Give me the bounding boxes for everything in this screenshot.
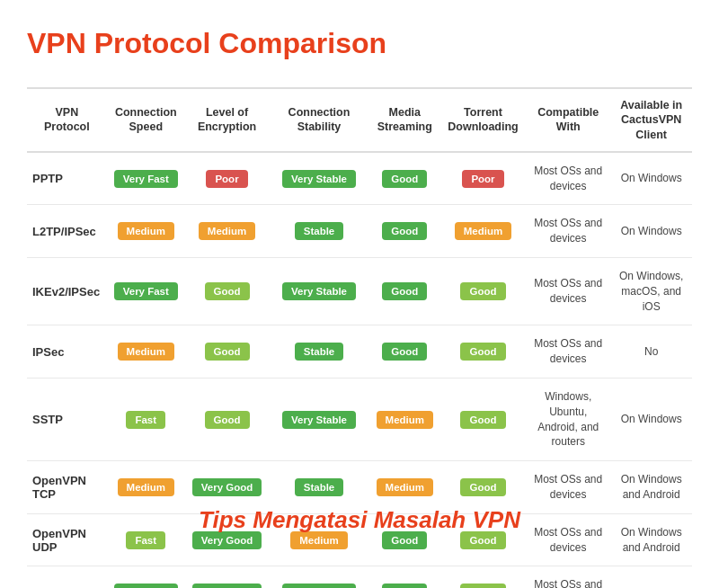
available-in-client: On Windows [610, 378, 692, 460]
compatible-with: Most OSs and devices [526, 461, 610, 514]
encryption-badge-label: Good [205, 411, 250, 429]
streaming-badge: Good [369, 257, 440, 325]
compatible-with: Most OSs and devices [526, 513, 610, 566]
table-row: SoftEtherVery FastVery GoodVery StableGo… [27, 566, 692, 588]
speed-badge-label: Very Fast [114, 282, 178, 300]
available-in-client: On Windows, macOS, and iOS [610, 257, 692, 325]
protocol-name: PPTP [27, 152, 107, 205]
speed-badge-label: Very Fast [114, 170, 178, 188]
stability-badge-label: Very Stable [282, 584, 356, 588]
compatible-with: Most OSs and devices [526, 325, 610, 379]
encryption-badge: Good [185, 257, 269, 325]
speed-badge: Fast [107, 378, 185, 460]
column-header: Media Streaming [369, 88, 440, 152]
encryption-badge: Medium [185, 205, 269, 258]
torrent-badge-label: Good [460, 343, 505, 361]
encryption-badge: Good [185, 325, 269, 379]
speed-badge: Medium [107, 205, 185, 258]
available-in-client: No [610, 325, 692, 379]
torrent-badge: Good [440, 566, 526, 588]
streaming-badge-label: Good [382, 282, 427, 300]
stability-badge: Very Stable [269, 566, 369, 588]
streaming-badge: Good [369, 205, 440, 258]
stability-badge: Stable [269, 325, 369, 379]
torrent-badge: Good [440, 325, 526, 379]
torrent-badge: Good [440, 378, 526, 460]
stability-badge-label: Very Stable [282, 282, 356, 300]
stability-badge-label: Stable [295, 343, 344, 361]
stability-badge-label: Very Stable [282, 411, 356, 429]
encryption-badge-label: Good [205, 282, 250, 300]
torrent-badge: Poor [440, 152, 526, 205]
compatible-with: Most OSs and devices [526, 566, 610, 588]
column-header: Connection Stability [269, 88, 369, 152]
torrent-badge: Medium [440, 205, 526, 258]
table-row: IPSecMediumGoodStableGoodGoodMost OSs an… [27, 325, 692, 379]
streaming-badge-label: Good [382, 343, 427, 361]
column-header: Torrent Downloading [440, 88, 526, 152]
stability-badge: Stable [269, 205, 369, 258]
overlay-text: Tips Mengatasi Masalah VPN [199, 506, 520, 534]
torrent-badge-label: Poor [462, 170, 503, 188]
streaming-badge: Good [369, 152, 440, 205]
available-in-client: On Windows [610, 152, 692, 205]
streaming-badge-label: Medium [377, 478, 433, 496]
speed-badge-label: Medium [118, 222, 174, 240]
protocol-name: OpenVPN UDP [27, 513, 107, 566]
streaming-badge-label: Medium [377, 411, 433, 429]
encryption-badge: Good [185, 378, 269, 460]
speed-badge-label: Very Fast [114, 584, 178, 588]
stability-badge: Very Stable [269, 152, 369, 205]
protocol-name: SoftEther [27, 566, 107, 588]
torrent-badge-label: Medium [455, 222, 511, 240]
protocol-name: SSTP [27, 378, 107, 460]
stability-badge-label: Stable [295, 222, 344, 240]
speed-badge-label: Fast [126, 531, 165, 549]
protocol-name: IPSec [27, 325, 107, 379]
table-row: SSTPFastGoodVery StableMediumGoodWindows… [27, 378, 692, 460]
page-title: VPN Protocol Comparison [27, 27, 692, 60]
stability-badge: Very Stable [269, 257, 369, 325]
compatible-with: Most OSs and devices [526, 205, 610, 258]
protocol-name: OpenVPN TCP [27, 461, 107, 514]
torrent-badge: Good [440, 257, 526, 325]
speed-badge-label: Medium [118, 343, 174, 361]
table-row: PPTPVery FastPoorVery StableGoodPoorMost… [27, 152, 692, 205]
encryption-badge-label: Good [205, 343, 250, 361]
column-header: Compatible With [526, 88, 610, 152]
encryption-badge-label: Very Good [192, 584, 262, 588]
protocol-name: L2TP/IPSec [27, 205, 107, 258]
encryption-badge-label: Medium [199, 222, 255, 240]
available-in-client: On Windows and Android [610, 513, 692, 566]
table-header-row: VPN ProtocolConnection SpeedLevel of Enc… [27, 88, 692, 152]
encryption-badge: Very Good [185, 566, 269, 588]
stability-badge-label: Very Stable [282, 170, 356, 188]
protocol-name: IKEv2/IPSec [27, 257, 107, 325]
speed-badge: Very Fast [107, 566, 185, 588]
torrent-badge-label: Good [460, 282, 505, 300]
encryption-badge-label: Very Good [192, 478, 262, 496]
encryption-badge: Poor [185, 152, 269, 205]
stability-badge-label: Stable [295, 478, 344, 496]
streaming-badge-label: Good [382, 584, 427, 588]
speed-badge: Very Fast [107, 152, 185, 205]
speed-badge: Fast [107, 513, 185, 566]
speed-badge: Very Fast [107, 257, 185, 325]
torrent-badge-label: Good [460, 478, 505, 496]
column-header: VPN Protocol [27, 88, 107, 152]
speed-badge: Medium [107, 461, 185, 514]
table-row: IKEv2/IPSecVery FastGoodVery StableGoodG… [27, 257, 692, 325]
speed-badge-label: Medium [118, 478, 174, 496]
table-row: L2TP/IPSecMediumMediumStableGoodMediumMo… [27, 205, 692, 258]
stability-badge: Very Stable [269, 378, 369, 460]
available-in-client: No [610, 566, 692, 588]
streaming-badge: Medium [369, 378, 440, 460]
streaming-badge: Good [369, 566, 440, 588]
column-header: Level of Encryption [185, 88, 269, 152]
compatible-with: Most OSs and devices [526, 257, 610, 325]
column-header: Connection Speed [107, 88, 185, 152]
encryption-badge-label: Poor [206, 170, 247, 188]
streaming-badge-label: Good [382, 222, 427, 240]
torrent-badge-label: Good [460, 411, 505, 429]
compatible-with: Windows, Ubuntu, Android, and routers [526, 378, 610, 460]
